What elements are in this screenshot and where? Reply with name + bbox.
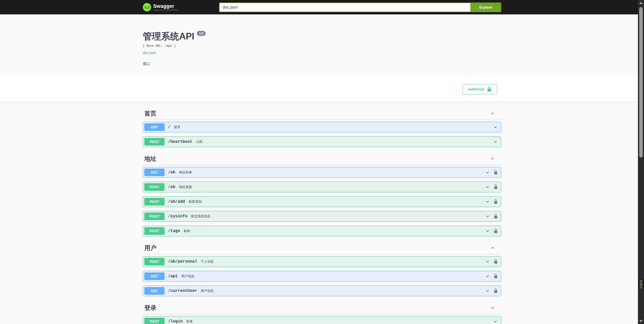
section-collapse-button[interactable] [490,156,495,161]
chevron-up-icon [490,245,495,250]
base-url: [ Base URL: /api ] [143,44,501,48]
scroll-up-arrow-icon[interactable] [639,2,643,4]
operation-summary: 首页 [174,125,181,129]
spec-json-link[interactable]: doc.json [143,51,156,55]
expand-operation-button[interactable] [493,139,498,144]
brand-name: Swagger [153,4,178,9]
chevron-down-icon [485,259,490,264]
auth-lock-button[interactable] [494,259,498,264]
chevron-up-icon [490,305,495,310]
section-collapse-button[interactable] [490,111,495,116]
section-rows: POST/ab/personal个人信息 GET/api用户信息 GET/cur… [143,254,501,296]
operation-row[interactable]: GET/首页 [143,122,501,132]
section-title: 登录 [144,304,156,312]
expand-operation-button[interactable] [485,288,490,293]
expand-operation-button[interactable] [485,199,490,204]
auth-lock-button[interactable] [494,274,498,279]
minimap-dash [639,283,642,284]
expand-operation-button[interactable] [485,214,490,219]
swagger-logo[interactable]: {…} Swagger Supported by SMARTBEAR [143,3,178,11]
section-header-4[interactable]: 登录 [143,302,501,314]
spec-url-input[interactable] [219,3,470,12]
operation-row[interactable]: POST/sysinfo提交系统信息 [143,211,501,222]
expand-operation-button[interactable] [485,170,490,175]
method-badge: POST [144,258,165,265]
expand-operation-button[interactable] [485,274,490,279]
scroll-down-arrow-icon[interactable] [639,320,643,322]
minimap-dash [639,280,642,281]
operation-path: /ab/add [168,199,185,204]
section-title: 地址 [144,155,156,163]
section-rows: GET/ab地址列表 POST/ab地址更新 POST/ab/add标签添加 P… [143,165,501,236]
minimap-dash [639,281,642,282]
method-badge: GET [144,272,165,280]
operation-summary: 个人信息 [201,259,214,264]
section-collapse-button[interactable] [490,305,495,310]
chevron-down-icon [485,184,490,190]
auth-lock-button[interactable] [494,170,498,175]
explore-button[interactable]: Explore [470,3,501,12]
minimap-dash [639,284,642,285]
operation-row[interactable]: GET/currentUser用户信息 [143,286,501,296]
spec-url-form: Explore [219,3,501,12]
operation-row[interactable]: POST/ab/add标签添加 [143,196,501,207]
scrollbar-track[interactable] [638,0,644,324]
method-badge: POST [144,183,165,191]
operation-row[interactable]: POST/login登录 [143,316,501,324]
section-rows: POST/login登录POST/login/captcha获取验证码 [143,314,501,324]
unlock-icon [487,86,492,92]
expand-operation-button[interactable] [493,319,498,324]
auth-lock-button[interactable] [494,199,498,204]
operation-path: /api [168,274,178,279]
section-header-2[interactable]: 地址 [143,153,501,165]
operation-row[interactable]: POST/ab/personal个人信息 [143,256,501,267]
scrollbar-thumb[interactable] [639,7,643,157]
operation-path: /tags [168,229,180,233]
operation-summary: 标签 [184,229,190,233]
auth-lock-button[interactable] [494,184,498,190]
operation-path: /ab [168,170,175,175]
version-badge: 1.0 [197,31,206,36]
auth-lock-button[interactable] [494,228,498,234]
method-badge: POST [144,227,165,235]
operations-list: 首页GET/首页POST/heartbeat心跳地址GET/ab地址列表 POS… [143,107,501,324]
operation-row[interactable]: POST/tags标签 [143,226,501,236]
minimap-dash [639,288,642,288]
lock-icon [494,184,498,190]
operation-summary: 用户信息 [201,289,214,293]
method-badge: GET [144,123,165,131]
expand-operation-button[interactable] [485,259,490,264]
info-section: 管理系统API 1.0 [ Base URL: /api ] doc.json … [0,14,644,76]
chevron-down-icon [485,214,490,219]
auth-lock-button[interactable] [494,288,498,293]
authorize-button[interactable]: Authorize [463,84,497,94]
lock-icon [494,288,498,293]
operation-path: /ab [168,185,175,189]
operation-row[interactable]: POST/ab地址更新 [143,182,501,192]
chevron-up-icon [490,111,495,116]
expand-operation-button[interactable] [485,228,490,234]
expand-operation-button[interactable] [493,125,498,130]
expand-operation-button[interactable] [485,184,490,190]
operation-path: /login [168,319,183,324]
scrollbar-minimap[interactable] [638,280,643,289]
lock-icon [494,274,498,279]
chevron-down-icon [493,319,498,324]
method-badge: POST [144,213,165,220]
swagger-logo-icon: {…} [143,3,151,11]
operation-row[interactable]: GET/ab地址列表 [143,167,501,178]
operation-path: /sysinfo [168,214,187,219]
brand-tagline: Supported by SMARTBEAR [153,9,178,11]
method-badge: POST [144,138,165,146]
operation-row[interactable]: POST/heartbeat心跳 [143,136,501,147]
chevron-down-icon [485,274,490,279]
section-header-3[interactable]: 用户 [143,242,501,254]
operation-row[interactable]: GET/api用户信息 [143,271,501,282]
operation-summary: 标签添加 [189,199,202,204]
method-badge: GET [144,169,165,176]
section-header-1[interactable]: 首页 [143,107,501,120]
chevron-down-icon [485,199,490,204]
section-collapse-button[interactable] [490,245,495,250]
operation-path: /heartbeat [168,140,192,144]
auth-lock-button[interactable] [494,214,498,219]
